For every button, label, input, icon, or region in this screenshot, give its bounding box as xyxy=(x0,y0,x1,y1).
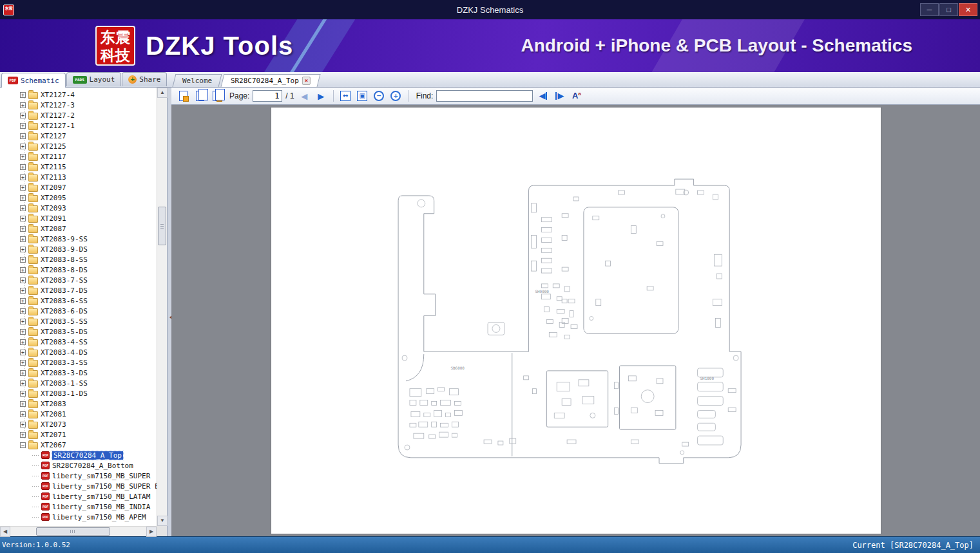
expand-icon[interactable]: + xyxy=(20,329,26,335)
tab-layout[interactable]: PADSLayout xyxy=(66,72,122,86)
expand-icon[interactable]: + xyxy=(20,257,26,263)
tree-file-item[interactable]: PDFSR28C70284_A_Top xyxy=(0,450,157,460)
tree-folder-item[interactable]: +XT2083-6-SS xyxy=(0,295,157,306)
expand-icon[interactable]: + xyxy=(20,360,26,366)
expand-icon[interactable]: + xyxy=(20,432,26,438)
fit-width-button[interactable]: ↔ xyxy=(339,89,352,103)
tree-folder-item[interactable]: +XT2083-9-DS xyxy=(0,244,157,254)
tree-folder-item[interactable]: +XT2127-4 xyxy=(0,89,157,100)
tree-folder-item[interactable]: +XT2083-5-SS xyxy=(0,316,157,326)
tree-folder-item[interactable]: +XT2083-3-DS xyxy=(0,368,157,378)
tree-horizontal-scrollbar[interactable]: ◀ ▶ xyxy=(0,526,157,536)
find-next-button[interactable]: ▶ xyxy=(553,89,566,103)
expand-icon[interactable]: + xyxy=(20,236,26,242)
expand-icon[interactable]: + xyxy=(20,102,26,108)
tree-folder-item[interactable]: +XT2083-6-DS xyxy=(0,306,157,316)
tree-folder-item[interactable]: +XT2097 xyxy=(0,182,157,192)
tree-folder-item[interactable]: +XT2127-2 xyxy=(0,110,157,120)
expand-icon[interactable]: + xyxy=(20,339,26,345)
tree-folder-item[interactable]: +XT2083-9-SS xyxy=(0,234,157,244)
expand-icon[interactable]: + xyxy=(20,205,26,211)
tree-folder-item[interactable]: +XT2071 xyxy=(0,429,157,440)
tree-file-item[interactable]: PDFliberty_sm7150_MB_SUPER xyxy=(0,471,157,481)
minimize-button[interactable]: ─ xyxy=(920,3,939,16)
tree-file-item[interactable]: PDFliberty_sm7150_MB_LATAM xyxy=(0,491,157,501)
tree-folder-item[interactable]: +XT2083-8-DS xyxy=(0,265,157,275)
tree-folder-item[interactable]: +XT2113 xyxy=(0,172,157,182)
tree-folder-item[interactable]: +XT2083 xyxy=(0,398,157,409)
tab-share[interactable]: +Share xyxy=(122,72,167,86)
tree-file-item[interactable]: PDFliberty_sm7150_MB_SUPER E xyxy=(0,481,157,491)
find-previous-button[interactable]: ◀ xyxy=(536,89,550,103)
find-input[interactable] xyxy=(436,90,533,102)
tree-folder-item[interactable]: +XT2083-5-DS xyxy=(0,326,157,337)
continuous-pages-icon[interactable] xyxy=(210,89,224,103)
expand-icon[interactable]: + xyxy=(20,195,26,201)
tree-folder-item[interactable]: +XT2117 xyxy=(0,151,157,162)
tree-folder-item[interactable]: +XT2093 xyxy=(0,203,157,213)
expand-icon[interactable]: + xyxy=(20,174,26,180)
tree-folder-item[interactable]: +XT2083-1-SS xyxy=(0,378,157,388)
maximize-button[interactable]: □ xyxy=(939,3,958,16)
expand-icon[interactable]: + xyxy=(20,350,26,355)
vertical-scroll-thumb[interactable] xyxy=(158,207,166,245)
expand-icon[interactable]: + xyxy=(20,185,26,191)
single-page-icon[interactable] xyxy=(177,89,190,103)
tree-folder-item[interactable]: +XT2083-3-SS xyxy=(0,357,157,368)
horizontal-scroll-track[interactable] xyxy=(10,527,146,536)
expand-icon[interactable]: + xyxy=(20,380,26,386)
next-page-button[interactable]: ▶ xyxy=(314,89,328,103)
expand-icon[interactable]: + xyxy=(20,288,26,294)
expand-icon[interactable]: + xyxy=(20,401,26,407)
expand-icon[interactable]: + xyxy=(20,298,26,304)
page-number-input[interactable] xyxy=(253,90,282,102)
document-tab-welcome[interactable]: Welcome xyxy=(173,74,222,87)
tree-folder-item[interactable]: +XT2115 xyxy=(0,162,157,172)
expand-icon[interactable]: + xyxy=(20,308,26,314)
tree-file-item[interactable]: PDFliberty_sm7150_MB_INDIA xyxy=(0,501,157,512)
tree-folder-item[interactable]: +XT2073 xyxy=(0,419,157,429)
tree-folder-item[interactable]: +XT2083-7-SS xyxy=(0,275,157,285)
expand-icon[interactable]: + xyxy=(20,422,26,427)
expand-icon[interactable]: + xyxy=(20,247,26,252)
tree-folder-item[interactable]: +XT2125 xyxy=(0,141,157,151)
tree-folder-item[interactable]: +XT2083-8-SS xyxy=(0,254,157,265)
fit-page-button[interactable]: ▣ xyxy=(356,89,369,103)
expand-icon[interactable]: + xyxy=(20,144,26,149)
scroll-left-icon[interactable]: ◀ xyxy=(0,527,10,537)
tree-folder-item[interactable]: +XT2127 xyxy=(0,131,157,141)
tree-folder-item[interactable]: +XT2083-7-DS xyxy=(0,285,157,295)
tab-schematic[interactable]: PDFSchematic xyxy=(1,73,66,88)
previous-page-button[interactable]: ◀ xyxy=(298,89,311,103)
tree-folder-item[interactable]: −XT2067 xyxy=(0,440,157,450)
collapse-icon[interactable]: − xyxy=(20,442,26,448)
facing-pages-icon[interactable] xyxy=(193,89,207,103)
zoom-in-button[interactable]: + xyxy=(389,89,403,103)
scroll-right-icon[interactable]: ▶ xyxy=(146,527,157,537)
tree-folder-item[interactable]: +XT2083-4-DS xyxy=(0,347,157,357)
expand-icon[interactable]: + xyxy=(20,391,26,397)
expand-icon[interactable]: + xyxy=(20,216,26,221)
font-size-button[interactable]: Aa xyxy=(570,89,583,103)
scroll-up-icon[interactable]: ▲ xyxy=(157,88,168,98)
tree-file-item[interactable]: PDFSR28C70284_A_Bottom xyxy=(0,460,157,471)
tree-folder-item[interactable]: +XT2083-4-SS xyxy=(0,337,157,347)
expand-icon[interactable]: + xyxy=(20,164,26,170)
tree-folder-item[interactable]: +XT2081 xyxy=(0,409,157,419)
expand-icon[interactable]: + xyxy=(20,370,26,376)
expand-icon[interactable]: + xyxy=(20,411,26,417)
expand-icon[interactable]: + xyxy=(20,113,26,118)
tree-folder-item[interactable]: +XT2127-1 xyxy=(0,120,157,131)
close-button[interactable]: ✕ xyxy=(959,3,977,16)
expand-icon[interactable]: + xyxy=(20,319,26,324)
expand-icon[interactable]: + xyxy=(20,267,26,273)
horizontal-scroll-thumb[interactable] xyxy=(36,527,110,536)
tree-vertical-scrollbar[interactable]: ▲ ▼ xyxy=(157,88,167,526)
zoom-out-button[interactable]: − xyxy=(372,89,386,103)
expand-icon[interactable]: + xyxy=(20,92,26,98)
tree-folder-item[interactable]: +XT2095 xyxy=(0,192,157,203)
expand-icon[interactable]: + xyxy=(20,154,26,160)
tree-folder-item[interactable]: +XT2083-1-DS xyxy=(0,388,157,398)
document-tab-sr28c70284-a-top[interactable]: SR28C70284_A_Top× xyxy=(220,74,320,87)
expand-icon[interactable]: + xyxy=(20,123,26,129)
